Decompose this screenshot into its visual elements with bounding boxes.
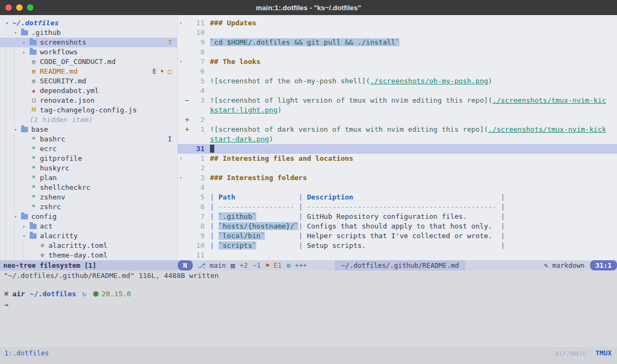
editor-line[interactable]: +1![screenshot of dark version of tmux w… — [178, 125, 617, 134]
indent-guide — [14, 86, 23, 96]
tree-item-code-of-conduct-md[interactable]: ▤CODE_OF_CONDUCT.md — [0, 57, 177, 67]
minimize-button[interactable] — [16, 4, 23, 11]
tree-item-config[interactable]: ▾config — [0, 212, 177, 222]
tree-item-ecrc[interactable]: *ecrc — [0, 144, 177, 154]
seg-pipe: | — [210, 232, 219, 240]
editor-line[interactable]: 5![screenshot of the oh-my-posh shell](.… — [178, 76, 617, 86]
fold-marker — [178, 192, 184, 202]
line-text: | `.github` | GitHub Repository configur… — [205, 212, 505, 222]
file-tree: ▾~/.dotfiles▾.github▸screenshots?▸workfl… — [0, 18, 177, 260]
fold-marker — [178, 115, 184, 125]
tree-item-bashrc[interactable]: *bashrcI — [0, 134, 177, 144]
seg-txt: Setup scripts. — [307, 241, 501, 249]
git-sign — [184, 154, 190, 163]
tree-item-label: SECURITY.md — [40, 76, 86, 86]
editor-line[interactable]: 11 — [178, 251, 617, 260]
line-number: 4 — [190, 86, 205, 96]
tree-item-plan[interactable]: *plan — [0, 173, 177, 183]
tree-item-readme-md[interactable]: ▤README.mdE•▢ — [0, 67, 177, 76]
tree-item-workflows[interactable]: ▸workflows — [0, 47, 177, 57]
editor-line[interactable]: 7| `.github` | GitHub Repository configu… — [178, 212, 617, 222]
tree-item-alacritty[interactable]: ▾alacritty — [0, 231, 177, 241]
line-text: ### Updates — [205, 18, 256, 28]
editor-line[interactable]: 5| Path | Description | — [178, 192, 617, 202]
tree-item-base[interactable]: ▾base — [0, 125, 177, 134]
seg-code: `local/bin` — [219, 232, 265, 240]
file-shell-icon: * — [30, 183, 38, 192]
git-sign — [184, 231, 190, 241]
close-button[interactable] — [5, 4, 12, 11]
editor-line[interactable]: ▾11### Updates — [178, 18, 617, 28]
line-text: ## Interesting files and locations — [205, 154, 353, 163]
file-shell-icon: * — [30, 173, 38, 183]
tmux-window-label[interactable]: 1:.dotfiles — [4, 349, 49, 357]
line-text: ![screenshot of the oh-my-posh shell](./… — [205, 76, 492, 86]
expander-icon: ▸ — [23, 47, 30, 57]
editor-line[interactable]: 8| `hosts/{hostname}/`| Configs that sho… — [178, 222, 617, 231]
seg-h: ## Interesting files and locations — [210, 154, 353, 162]
line-number: 9 — [190, 231, 205, 241]
tree-item-tag-changelog-config-js[interactable]: JStag-changelog-config.js — [0, 105, 177, 115]
editor-line[interactable]: 10| `scripts` | Setup scripts. | — [178, 241, 617, 251]
editor-line[interactable]: ▾3### Interesting folders — [178, 173, 617, 183]
indent-guide — [5, 251, 14, 260]
git-sign — [184, 202, 190, 212]
editor-line[interactable]: 8 — [178, 47, 617, 57]
tree-item-act[interactable]: ▸act — [0, 222, 177, 231]
editor-line[interactable]: 31 — [178, 144, 617, 154]
git-sign — [184, 173, 190, 183]
tree-item-renovate-json[interactable]: {}renovate.json — [0, 96, 177, 105]
tree-item-badges: ? — [168, 38, 177, 47]
git-sign — [184, 222, 190, 231]
indent-guide — [14, 47, 23, 57]
tree-item-github[interactable]: ▾.github — [0, 28, 177, 38]
seg-mdurl: start-dark.png — [210, 135, 269, 143]
editor-line[interactable]: 6| ------------------ | ----------------… — [178, 202, 617, 212]
line-text: | `scripts` | Setup scripts. | — [205, 241, 505, 251]
editor-buffer[interactable]: ▾11### Updates109`cd $HOME/.dotfiles && … — [178, 15, 617, 260]
line-text — [205, 183, 210, 192]
editor-line[interactable]: ▾7## The looks — [178, 57, 617, 67]
tree-item-zshrc[interactable]: *zshrc — [0, 202, 177, 212]
editor-line[interactable]: start-dark.png) — [178, 134, 617, 144]
cursor-block — [210, 145, 214, 153]
tree-item-dependabot-yml[interactable]: ◉dependabot.yml — [0, 86, 177, 96]
tree-item-gitprofile[interactable]: *gitprofile — [0, 154, 177, 163]
indent-guide — [5, 86, 14, 96]
tree-item-1-hidden-item[interactable]: (1 hidden item) — [0, 115, 177, 125]
tree-item-label: ecrc — [40, 144, 57, 154]
editor-line[interactable]: 4 — [178, 183, 617, 192]
editor-line[interactable]: kstart-light.png) — [178, 105, 617, 115]
tree-item-shellcheckrc[interactable]: *shellcheckrc — [0, 183, 177, 192]
tmux-pane-shell[interactable]: ⌘ air ~/.dotfiles ↻ ⬢20.15.0 → — [0, 281, 617, 347]
file-markdown-icon: ▤ — [30, 76, 38, 86]
editor-line[interactable]: +2 — [178, 115, 617, 125]
indent-guide — [14, 67, 23, 76]
editor-line[interactable]: 9`cd $HOME/.dotfiles && git pull && ./in… — [178, 38, 617, 47]
diff-added: +2 — [240, 260, 248, 270]
fullscreen-button[interactable] — [27, 4, 33, 11]
indent-guide — [14, 144, 23, 154]
tree-item-zshenv[interactable]: *zshenv — [0, 192, 177, 202]
line-number: 7 — [190, 57, 205, 67]
editor-line[interactable]: ~3![screenshot of light version of tmux … — [178, 96, 617, 105]
tree-item-huskyrc[interactable]: *huskyrc — [0, 163, 177, 173]
editor-line[interactable]: 9| `local/bin` | Helper scripts that I'v… — [178, 231, 617, 241]
tree-item-theme-day-toml[interactable]: ⚙theme-day.toml — [0, 251, 177, 260]
line-number: 9 — [190, 38, 205, 47]
editor-line[interactable]: 2 — [178, 163, 617, 173]
tree-item-label: renovate.json — [40, 96, 95, 105]
tree-item-dotfiles[interactable]: ▾~/.dotfiles — [0, 18, 177, 28]
tree-item-security-md[interactable]: ▤SECURITY.md — [0, 76, 177, 86]
tree-item-label: base — [31, 125, 48, 134]
tree-item-alacritty-toml[interactable]: ⚙alacritty.toml — [0, 241, 177, 251]
editor-line[interactable]: 6 — [178, 67, 617, 76]
tree-item-label: CODE_OF_CONDUCT.md — [40, 57, 116, 67]
seg-pipe: | — [210, 203, 219, 211]
editor-line[interactable]: 10 — [178, 28, 617, 38]
editor-line[interactable]: 4 — [178, 86, 617, 96]
tree-item-screenshots[interactable]: ▸screenshots? — [0, 38, 177, 47]
indent-guide — [14, 241, 23, 251]
editor-line[interactable]: ▾1## Interesting files and locations — [178, 154, 617, 163]
node-icon: ⬢ — [93, 290, 99, 298]
